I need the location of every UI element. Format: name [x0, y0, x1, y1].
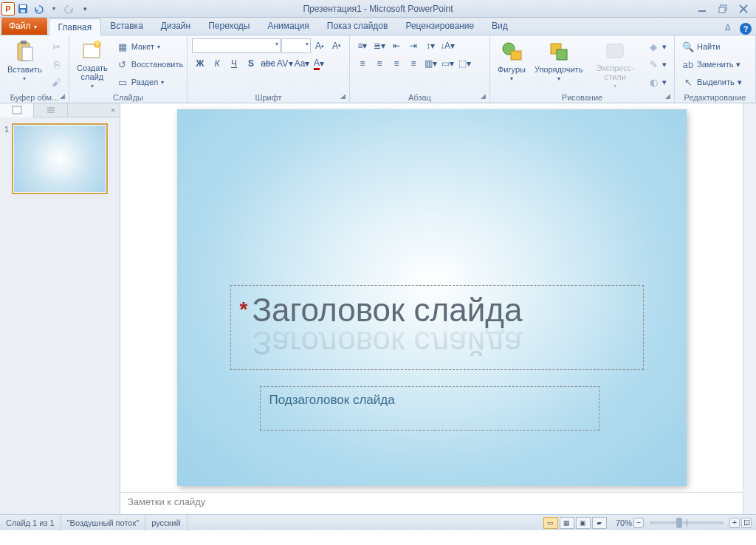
- copy-button[interactable]: ⎘: [48, 56, 66, 72]
- save-icon[interactable]: [16, 1, 30, 16]
- strikethrough-icon[interactable]: abc: [260, 56, 276, 71]
- align-right-icon[interactable]: ≡: [388, 56, 405, 71]
- tab-animation[interactable]: Анимация: [258, 18, 317, 35]
- restore-icon[interactable]: [716, 3, 729, 15]
- theme-name[interactable]: "Воздушный поток": [61, 515, 146, 531]
- numbering-icon[interactable]: ≣▾: [371, 38, 388, 53]
- shapes-icon: [500, 40, 523, 64]
- select-icon: ↖: [682, 76, 694, 88]
- notes-placeholder: Заметки к слайду: [128, 496, 205, 507]
- help-icon[interactable]: ?: [740, 23, 752, 35]
- align-left-icon[interactable]: ≡: [354, 56, 371, 71]
- slide-thumbnail[interactable]: 1: [4, 123, 115, 194]
- language[interactable]: русский: [145, 515, 187, 531]
- justify-icon[interactable]: ≡: [405, 56, 422, 71]
- section-button[interactable]: ▭Раздел ▾: [114, 74, 186, 90]
- outline-tab-icon[interactable]: [34, 103, 68, 117]
- char-spacing-icon[interactable]: AV ▾: [277, 56, 293, 71]
- close-icon[interactable]: [737, 3, 750, 15]
- find-icon: 🔍: [682, 41, 694, 52]
- tab-review[interactable]: Рецензирование: [396, 18, 483, 35]
- slide-canvas[interactable]: * Заголовок слайда Подзаголовок слайда: [120, 103, 743, 492]
- zoom-in-icon[interactable]: +: [729, 518, 740, 528]
- line-spacing-icon[interactable]: ↕▾: [422, 38, 439, 53]
- sorter-view-icon[interactable]: ▦: [560, 517, 574, 529]
- align-center-icon[interactable]: ≡: [371, 56, 388, 71]
- slide-number: 1: [4, 123, 9, 194]
- svg-rect-10: [22, 47, 32, 61]
- grow-font-icon[interactable]: A▴: [312, 38, 328, 53]
- subtitle-placeholder[interactable]: Подзаголовок слайда: [260, 386, 599, 431]
- format-painter-button[interactable]: 🖌: [48, 74, 66, 90]
- svg-rect-1: [20, 5, 26, 8]
- smartart-icon[interactable]: ⬚▾: [456, 56, 472, 71]
- italic-icon[interactable]: К: [209, 56, 225, 71]
- subtitle-text[interactable]: Подзаголовок слайда: [269, 393, 395, 407]
- underline-icon[interactable]: Ч: [226, 56, 242, 71]
- font-color-icon[interactable]: A▾: [311, 56, 327, 71]
- tab-insert[interactable]: Вставка: [101, 18, 152, 35]
- slide-counter[interactable]: Слайд 1 из 1: [0, 515, 61, 531]
- fit-to-window-icon[interactable]: ⊡: [741, 518, 752, 528]
- increase-indent-icon[interactable]: ⇥: [405, 38, 422, 53]
- shape-effects-button[interactable]: ◐▾: [645, 74, 670, 90]
- font-size-select[interactable]: [281, 38, 311, 53]
- tab-slideshow[interactable]: Показ слайдов: [318, 18, 397, 35]
- shape-outline-button[interactable]: ✎▾: [645, 56, 670, 72]
- undo-dropdown-icon[interactable]: ▾: [47, 1, 61, 16]
- select-button[interactable]: ↖Выделить ▾: [679, 74, 745, 90]
- slides-tab-icon[interactable]: [0, 103, 34, 117]
- tab-view[interactable]: Вид: [483, 18, 517, 35]
- find-button[interactable]: 🔍Найти: [679, 38, 745, 55]
- shape-fill-button[interactable]: ◆▾: [645, 38, 670, 55]
- tab-design[interactable]: Дизайн: [152, 18, 199, 35]
- font-launcher-icon[interactable]: ◢: [338, 92, 347, 101]
- zoom-level[interactable]: 70%: [616, 518, 632, 527]
- shadow-icon[interactable]: S: [243, 56, 259, 71]
- quick-styles-button[interactable]: Экспресс-стили▾: [587, 38, 643, 91]
- tab-file[interactable]: Файл: [1, 18, 47, 35]
- slideshow-view-icon[interactable]: ▰: [592, 517, 607, 529]
- svg-rect-18: [13, 106, 21, 114]
- clipboard-launcher-icon[interactable]: ◢: [58, 92, 66, 101]
- minimize-icon[interactable]: [695, 3, 709, 15]
- text-direction-icon[interactable]: ↓A▾: [439, 38, 456, 53]
- arrange-button[interactable]: Упорядочить▾: [530, 38, 587, 91]
- normal-view-icon[interactable]: ▭: [543, 517, 558, 529]
- reset-button[interactable]: ↺Восстановить: [114, 56, 186, 72]
- bold-icon[interactable]: Ж: [192, 56, 208, 71]
- slide[interactable]: * Заголовок слайда Подзаголовок слайда: [177, 109, 687, 486]
- zoom-out-icon[interactable]: −: [633, 518, 644, 528]
- align-text-icon[interactable]: ▭▾: [439, 56, 456, 71]
- new-slide-button[interactable]: Создать слайд ▾: [72, 38, 112, 91]
- reading-view-icon[interactable]: ▣: [576, 517, 591, 529]
- replace-button[interactable]: abЗаменить ▾: [679, 56, 745, 72]
- redo-icon[interactable]: [62, 1, 77, 16]
- vertical-scrollbar[interactable]: [743, 103, 756, 514]
- title-placeholder[interactable]: * Заголовок слайда: [230, 285, 644, 370]
- cut-button[interactable]: ✂: [48, 38, 66, 55]
- title-text[interactable]: Заголовок слайда: [252, 292, 522, 329]
- zoom-slider-thumb[interactable]: [676, 518, 682, 528]
- change-case-icon[interactable]: Aa▾: [294, 56, 310, 71]
- shapes-button[interactable]: Фигуры▾: [493, 38, 530, 91]
- thumbnail-pane-tabs: ×: [0, 103, 120, 117]
- notes-pane[interactable]: Заметки к слайду: [120, 492, 743, 514]
- zoom-slider[interactable]: [650, 521, 724, 524]
- minimize-ribbon-icon[interactable]: ᐃ: [725, 23, 737, 35]
- layout-button[interactable]: ▦Макет ▾: [114, 38, 186, 55]
- decrease-indent-icon[interactable]: ⇤: [388, 38, 405, 53]
- bullets-icon[interactable]: ≡▾: [354, 38, 371, 53]
- shrink-font-icon[interactable]: A▾: [329, 38, 345, 53]
- drawing-launcher-icon[interactable]: ◢: [663, 92, 672, 101]
- powerpoint-icon[interactable]: P: [1, 2, 15, 16]
- tab-transitions[interactable]: Переходы: [199, 18, 258, 35]
- paste-button[interactable]: Вставить ▾: [3, 38, 47, 91]
- columns-icon[interactable]: ▥▾: [422, 56, 439, 71]
- font-name-select[interactable]: [192, 38, 281, 53]
- qat-customize-icon[interactable]: ▾: [78, 1, 92, 16]
- thumbnail-pane-close-icon[interactable]: ×: [106, 106, 120, 114]
- tab-home[interactable]: Главная: [49, 18, 102, 35]
- undo-icon[interactable]: [31, 1, 46, 16]
- paragraph-launcher-icon[interactable]: ◢: [478, 92, 487, 101]
